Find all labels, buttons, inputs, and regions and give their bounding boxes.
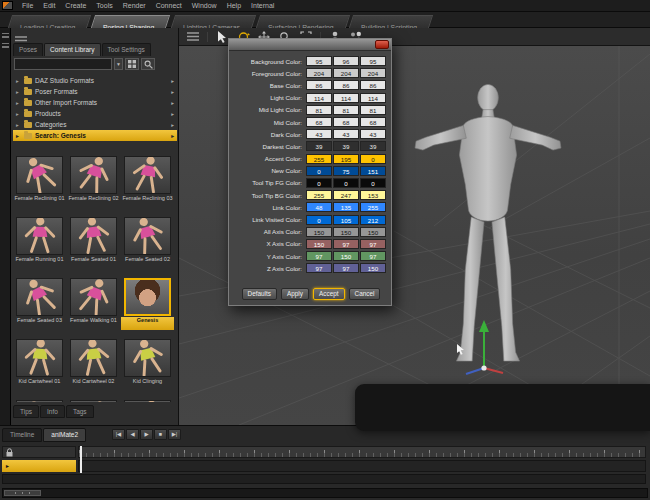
color-value-cell[interactable]: 114 — [360, 93, 386, 103]
track-lane[interactable] — [78, 460, 646, 472]
thumbnail-female-reclining-02[interactable]: Female Reclining 02 — [67, 156, 120, 215]
color-value-cell[interactable]: 97 — [306, 263, 332, 273]
color-value-cell[interactable]: 68 — [306, 117, 332, 127]
thumbnail-female-running-01[interactable]: Female Running 01 — [13, 217, 66, 276]
cancel-button[interactable]: Cancel — [349, 288, 381, 300]
color-value-cell[interactable]: 150 — [360, 263, 386, 273]
color-value-cell[interactable]: 204 — [333, 68, 359, 78]
thumbnail-kid-cartwheel-01[interactable]: Kid Cartwheel 01 — [13, 339, 66, 398]
chevron-down-icon[interactable]: ▼ — [114, 58, 123, 70]
menu-item-connect[interactable]: Connect — [151, 0, 187, 12]
color-value-cell[interactable]: 97 — [306, 251, 332, 261]
viewport-menu-icon[interactable] — [186, 30, 200, 43]
color-value-cell[interactable]: 0 — [306, 215, 332, 225]
expander-icon[interactable]: ▸ — [16, 133, 21, 139]
color-value-cell[interactable]: 39 — [360, 141, 386, 151]
color-value-cell[interactable]: 48 — [306, 202, 332, 212]
color-value-cell[interactable]: 86 — [360, 80, 386, 90]
color-value-cell[interactable]: 151 — [360, 166, 386, 176]
activity-tab-building-scripting[interactable]: Building | Scripting — [349, 15, 433, 28]
menu-item-internal[interactable]: Internal — [246, 0, 279, 12]
color-value-cell[interactable]: 68 — [333, 117, 359, 127]
track-label-genesis[interactable]: ▸ — [2, 460, 76, 472]
thumbnail-female-reclining-01[interactable]: Female Reclining 01 — [13, 156, 66, 215]
color-value-cell[interactable]: 96 — [333, 56, 359, 66]
stop-button[interactable]: ■ — [154, 429, 167, 440]
go-to-start-button[interactable]: |◀ — [112, 429, 125, 440]
search-input[interactable] — [14, 58, 112, 70]
activity-tab-posing-shaping[interactable]: Posing | Shaping — [91, 15, 171, 28]
dialog-titlebar[interactable] — [229, 39, 391, 51]
color-value-cell[interactable]: 150 — [333, 227, 359, 237]
color-value-cell[interactable]: 105 — [333, 215, 359, 225]
color-value-cell[interactable]: 247 — [333, 190, 359, 200]
panel-tab-tips[interactable]: Tips — [13, 405, 39, 418]
go-to-end-button[interactable]: ▶| — [168, 429, 181, 440]
tree-item-search-genesis[interactable]: ▸Search: Genesis▸ — [13, 130, 177, 141]
thumbnail-female-seated-03[interactable]: Female Seated 03 — [13, 278, 66, 337]
thumbnail-genesis[interactable]: Genesis — [121, 278, 174, 337]
translate-gizmo[interactable] — [457, 318, 511, 376]
thumbnail-item-14[interactable] — [67, 400, 120, 402]
color-value-cell[interactable]: 0 — [333, 178, 359, 188]
thumbnail-female-walking-01[interactable]: Female Walking 01 — [67, 278, 120, 337]
expander-icon[interactable]: ▸ — [16, 111, 21, 117]
apply-button[interactable]: Apply — [281, 288, 309, 300]
menu-item-help[interactable]: Help — [222, 0, 246, 12]
color-value-cell[interactable]: 150 — [306, 227, 332, 237]
defaults-button[interactable]: Defaults — [242, 288, 277, 300]
pane-tab-poses[interactable]: Poses — [13, 43, 43, 56]
menu-item-edit[interactable]: Edit — [38, 0, 60, 12]
activity-tab-surfacing-rendering[interactable]: Surfacing | Rendering — [256, 15, 350, 28]
thumbnail-female-reclining-03[interactable]: Female Reclining 03 — [121, 156, 174, 215]
color-value-cell[interactable]: 0 — [306, 166, 332, 176]
expander-icon[interactable]: ▸ — [16, 78, 21, 84]
color-value-cell[interactable]: 97 — [333, 263, 359, 273]
color-value-cell[interactable]: 43 — [306, 129, 332, 139]
timeline-scrollbar[interactable] — [2, 488, 648, 498]
color-value-cell[interactable]: 150 — [333, 251, 359, 261]
empty-track-lane[interactable] — [2, 474, 646, 484]
color-value-cell[interactable]: 81 — [360, 105, 386, 115]
color-value-cell[interactable]: 43 — [333, 129, 359, 139]
scrollbar-thumb[interactable] — [4, 490, 41, 496]
accept-button[interactable]: Accept — [313, 288, 345, 300]
color-value-cell[interactable]: 150 — [360, 227, 386, 237]
timeline-tab-animate2[interactable]: aniMate2 — [43, 428, 86, 442]
color-value-cell[interactable]: 86 — [306, 80, 332, 90]
color-value-cell[interactable]: 135 — [333, 202, 359, 212]
pane-tab-tool-settings[interactable]: Tool Settings — [102, 43, 151, 56]
play-button[interactable]: ▶ — [140, 429, 153, 440]
color-value-cell[interactable]: 86 — [333, 80, 359, 90]
view-options-button[interactable] — [125, 58, 139, 70]
thumbnail-kid-cartwheel-02[interactable]: Kid Cartwheel 02 — [67, 339, 120, 398]
thumbnail-kid-clinging[interactable]: Kid Clinging — [121, 339, 174, 398]
menu-item-create[interactable]: Create — [60, 0, 91, 12]
color-value-cell[interactable]: 153 — [360, 190, 386, 200]
color-value-cell[interactable]: 43 — [360, 129, 386, 139]
lock-icon[interactable] — [6, 448, 13, 457]
color-value-cell[interactable]: 0 — [360, 178, 386, 188]
color-value-cell[interactable]: 195 — [333, 154, 359, 164]
color-value-cell[interactable]: 255 — [306, 190, 332, 200]
expander-icon[interactable]: ▸ — [16, 122, 21, 128]
color-value-cell[interactable]: 212 — [360, 215, 386, 225]
thumbnail-item-13[interactable] — [13, 400, 66, 402]
panel-tab-tags[interactable]: Tags — [66, 405, 94, 418]
step-back-button[interactable]: ◀ — [126, 429, 139, 440]
panel-tab-info[interactable]: Info — [40, 405, 65, 418]
color-value-cell[interactable]: 39 — [333, 141, 359, 151]
color-value-cell[interactable]: 97 — [360, 239, 386, 249]
thumbnail-item-15[interactable] — [121, 400, 174, 402]
thumbnail-female-seated-01[interactable]: Female Seated 01 — [67, 217, 120, 276]
color-value-cell[interactable]: 204 — [360, 68, 386, 78]
expander-icon[interactable]: ▸ — [16, 89, 21, 95]
color-value-cell[interactable]: 204 — [306, 68, 332, 78]
activity-tab-lighting-cameras[interactable]: Lighting | Cameras — [171, 15, 256, 28]
tree-item-products[interactable]: ▸Products▸ — [13, 108, 177, 119]
tree-item-daz-studio-formats[interactable]: ▸DAZ Studio Formats▸ — [13, 75, 177, 86]
tree-item-poser-formats[interactable]: ▸Poser Formats▸ — [13, 86, 177, 97]
search-button[interactable] — [141, 58, 155, 70]
color-value-cell[interactable]: 0 — [306, 178, 332, 188]
color-value-cell[interactable]: 68 — [360, 117, 386, 127]
